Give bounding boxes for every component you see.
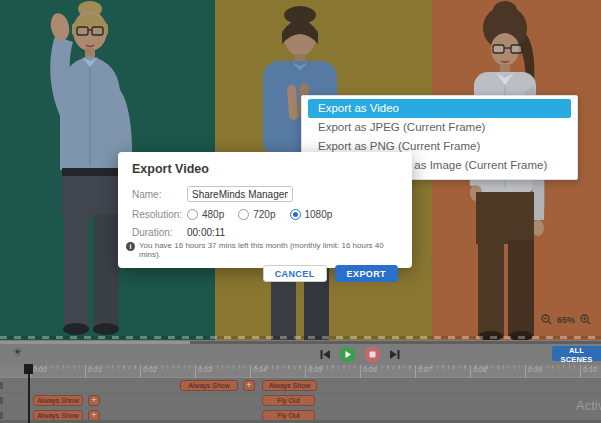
zoom-in-icon[interactable]	[580, 314, 591, 325]
ruler-tick	[360, 365, 361, 378]
resolution-radio-480p[interactable]: 480p	[187, 209, 224, 220]
menu-item-export-as-video[interactable]: Export as Video	[308, 99, 571, 118]
ruler-tick	[85, 365, 86, 378]
quota-note: You have 16 hours 37 mins left this mont…	[139, 241, 398, 259]
playhead-handle[interactable]	[24, 364, 33, 374]
canvas-zoom-controls: 65%	[541, 314, 591, 325]
export-button[interactable]: EXPORT	[335, 265, 398, 282]
horizontal-scrollbar[interactable]	[0, 341, 601, 344]
stop-button[interactable]	[364, 346, 381, 363]
zoom-level-value: 65%	[557, 315, 575, 325]
name-label: Name:	[132, 189, 187, 200]
ruler-label: 0:03	[198, 366, 212, 373]
os-watermark-text: Activ	[576, 398, 601, 413]
duration-value: 00:00:11	[187, 227, 225, 238]
ruler-tick	[580, 365, 581, 378]
resolution-radio-720p[interactable]: 720p	[238, 209, 275, 220]
radio-label: 480p	[202, 209, 224, 220]
track-gutter-mark	[0, 412, 3, 419]
playback-control-bar: ☀	[0, 340, 601, 365]
all-scenes-button[interactable]: ALL SCENES	[552, 346, 601, 361]
cancel-button[interactable]: CANCEL	[263, 265, 327, 282]
play-button[interactable]	[339, 346, 356, 363]
dialog-title: Export Video	[132, 162, 398, 176]
quota-row: i You have 16 hours 37 mins left this mo…	[126, 241, 398, 259]
app-window: 65% Export as VideoExport as JPEG (Curre…	[0, 0, 601, 423]
add-clip-button[interactable]: +	[243, 380, 255, 391]
dialog-buttons: CANCEL EXPORT	[132, 265, 398, 282]
ruler-tick	[250, 365, 251, 378]
timeline-tracks: Always Show+Always ShowAlways Show+Fly O…	[0, 379, 601, 423]
ruler-label: 0:05	[308, 366, 322, 373]
duration-label: Duration:	[132, 227, 187, 238]
timeline-clip-always-show[interactable]: Always Show	[262, 380, 317, 391]
zoom-out-icon[interactable]	[541, 314, 552, 325]
scrollbar-thumb[interactable]	[190, 341, 601, 344]
timeline-clip-fly-out[interactable]: Fly Out	[262, 395, 315, 406]
radio-label: 1080p	[305, 209, 333, 220]
add-clip-button[interactable]: +	[88, 395, 100, 406]
ruler-tick	[525, 365, 526, 378]
resolution-row: Resolution: 480p720p1080p	[132, 209, 398, 220]
track-gutter-mark	[0, 382, 3, 389]
name-input[interactable]	[187, 186, 293, 202]
brightness-icon[interactable]: ☀	[12, 345, 23, 359]
timeline-ruler[interactable]: 0:000:010:020:030:040:050:060:070:080:09…	[0, 365, 601, 378]
ruler-tick	[470, 365, 471, 378]
canvas-bottom-dashed-edge	[0, 336, 601, 339]
transport-controls	[320, 346, 400, 363]
info-icon: i	[126, 242, 135, 251]
ruler-tick	[305, 365, 306, 378]
skip-to-start-button[interactable]	[320, 349, 331, 360]
ruler-label: 0:07	[418, 366, 432, 373]
ruler-label: 0:02	[143, 366, 157, 373]
radio-icon	[187, 209, 198, 220]
timeline-track: Always Show+Always Show	[0, 379, 601, 392]
resolution-label: Resolution:	[132, 209, 187, 220]
resolution-radio-1080p[interactable]: 1080p	[290, 209, 333, 220]
radio-icon	[290, 209, 301, 220]
ruler-tick	[195, 365, 196, 378]
ruler-tick	[140, 365, 141, 378]
duration-row: Duration: 00:00:11	[132, 227, 398, 238]
timeline-clip-always-show[interactable]: Always Show	[180, 380, 238, 391]
skip-to-end-button[interactable]	[389, 349, 400, 360]
ruler-label: 0:08	[473, 366, 487, 373]
ruler-label: 0:06	[363, 366, 377, 373]
ruler-label: 0:00	[33, 366, 47, 373]
resolution-radio-group: 480p720p1080p	[187, 209, 332, 220]
ruler-tick	[415, 365, 416, 378]
timeline: 0:000:010:020:030:040:050:060:070:080:09…	[0, 365, 601, 423]
name-row: Name:	[132, 186, 398, 202]
ruler-label: 0:04	[253, 366, 267, 373]
timeline-clip-always-show[interactable]: Always Show	[33, 395, 83, 406]
track-gutter-mark	[0, 397, 3, 404]
radio-icon	[238, 209, 249, 220]
menu-item-export-as-jpeg-current-frame-[interactable]: Export as JPEG (Current Frame)	[308, 118, 571, 137]
timeline-track: Always Show+Fly Out	[0, 394, 601, 407]
radio-label: 720p	[253, 209, 275, 220]
ruler-label: 0:10	[583, 366, 597, 373]
export-video-dialog: Export Video Name: Resolution: 480p720p1…	[118, 152, 412, 268]
ruler-label: 0:01	[88, 366, 102, 373]
ruler-label: 0:09	[528, 366, 542, 373]
